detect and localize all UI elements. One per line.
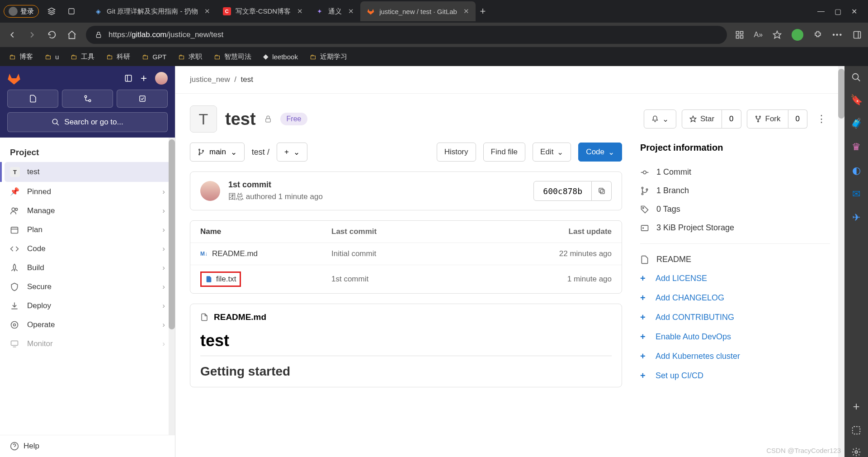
- bookmark-item[interactable]: 🗀科研: [106, 52, 130, 61]
- forward-button[interactable]: [26, 29, 38, 41]
- fork-count[interactable]: 0: [788, 109, 807, 129]
- bookmark-item[interactable]: 🗀求职: [178, 52, 202, 61]
- sidebar-item-monitor[interactable]: Monitor›: [0, 334, 175, 353]
- branch-dropdown[interactable]: main⌄: [190, 143, 245, 162]
- star-button[interactable]: Star: [682, 109, 722, 129]
- enable-auto-devops[interactable]: +Enable Auto DevOps: [640, 327, 830, 347]
- sidebar-action-todo[interactable]: [117, 90, 168, 108]
- bookmark-item[interactable]: ◆leetbook: [263, 52, 298, 61]
- info-commits[interactable]: 1 Commit: [640, 163, 830, 181]
- tab-gitlab[interactable]: justice_new / test · GitLab ✕: [360, 1, 476, 21]
- tab-tongyi[interactable]: ✦ 通义 ✕: [309, 1, 360, 21]
- fork-button[interactable]: Fork: [747, 109, 788, 129]
- bookmark-item[interactable]: 🗀近期学习: [310, 52, 347, 61]
- screenshot-icon[interactable]: [851, 425, 861, 435]
- sidebar-toggle-icon[interactable]: [853, 30, 862, 39]
- sidebar-project[interactable]: T test: [5, 162, 170, 182]
- add-changelog[interactable]: +Add CHANGELOG: [640, 288, 830, 308]
- setup-cicd[interactable]: +Set up CI/CD: [640, 366, 830, 386]
- sidebar-item-build[interactable]: Build›: [0, 258, 175, 277]
- plus-icon[interactable]: +: [141, 72, 147, 85]
- back-button[interactable]: [6, 29, 18, 41]
- outlook-icon[interactable]: ✉: [852, 188, 860, 200]
- extension-avatar-icon[interactable]: [792, 29, 803, 41]
- add-license[interactable]: +Add LICENSE: [640, 269, 830, 288]
- bookmark-item[interactable]: 🗀博客: [9, 52, 33, 61]
- new-tab-button[interactable]: +: [476, 4, 490, 19]
- main-scrollbar[interactable]: [838, 66, 844, 457]
- commit-title[interactable]: 1st commit: [228, 180, 323, 190]
- close-icon[interactable]: ✕: [348, 7, 354, 15]
- sidebar-item-manage[interactable]: Manage›: [0, 201, 175, 220]
- search-icon[interactable]: [851, 72, 861, 82]
- refresh-button[interactable]: [46, 29, 58, 41]
- notifications-dropdown[interactable]: ⌄: [644, 109, 676, 129]
- add-dropdown[interactable]: +⌄: [277, 143, 307, 162]
- sidebar-item-secure[interactable]: Secure›: [0, 277, 175, 296]
- sidebar-help[interactable]: Help: [0, 435, 175, 457]
- send-icon[interactable]: ✈: [852, 212, 860, 224]
- sidebar-search[interactable]: Search or go to...: [7, 112, 168, 132]
- tabs-overview-icon[interactable]: [64, 4, 79, 19]
- close-icon[interactable]: ✕: [204, 7, 210, 15]
- breadcrumb-project[interactable]: test: [241, 75, 253, 84]
- workspace-icon[interactable]: [44, 4, 59, 19]
- bookmark-item[interactable]: 🗀GPT: [142, 53, 166, 61]
- commit-sha[interactable]: 600c878b: [533, 181, 592, 201]
- bookmark-item[interactable]: 🗀u: [45, 53, 59, 61]
- close-window-button[interactable]: ✕: [851, 7, 857, 16]
- add-rail-icon[interactable]: +: [853, 400, 859, 414]
- edit-dropdown[interactable]: Edit⌄: [533, 143, 571, 162]
- gitlab-logo-icon[interactable]: [7, 71, 21, 85]
- close-icon[interactable]: ✕: [463, 7, 469, 15]
- sidebar-item-plan[interactable]: Plan›: [0, 220, 175, 239]
- character-icon[interactable]: ♛: [852, 141, 861, 153]
- user-avatar-icon[interactable]: [155, 72, 168, 85]
- maximize-button[interactable]: ▢: [835, 7, 841, 16]
- add-k8s[interactable]: +Add Kubernetes cluster: [640, 347, 830, 366]
- info-tags[interactable]: 0 Tags: [640, 200, 830, 219]
- home-button[interactable]: [66, 29, 78, 41]
- commit-meta: 团总 authored 1 minute ago: [228, 191, 323, 202]
- file-row[interactable]: file.txt 1st commit 1 minute ago: [190, 265, 622, 293]
- project-avatar: T: [190, 105, 217, 133]
- find-file-button[interactable]: Find file: [483, 143, 526, 162]
- favorite-icon[interactable]: [773, 30, 782, 39]
- more-actions-button[interactable]: ⋮: [813, 113, 830, 125]
- history-button[interactable]: History: [437, 143, 476, 162]
- sidebar-scrollbar[interactable]: [169, 138, 175, 435]
- tag-icon[interactable]: 🔖: [850, 94, 863, 106]
- menu-icon[interactable]: •••: [832, 31, 843, 39]
- panel-icon[interactable]: [124, 74, 132, 82]
- sidebar-item-operate[interactable]: Operate›: [0, 315, 175, 334]
- info-branches[interactable]: 1 Branch: [640, 181, 830, 200]
- sidebar-item-code[interactable]: Code›: [0, 239, 175, 258]
- breadcrumb-owner[interactable]: justice_new: [190, 75, 230, 84]
- bookmark-item[interactable]: 🗀智慧司法: [214, 52, 251, 61]
- tab-git-guide[interactable]: ◈ Git 原理详解及实用指南 - 扔物 ✕: [88, 1, 217, 21]
- read-aloud-icon[interactable]: A»: [754, 31, 763, 39]
- sidebar-item-pinned[interactable]: 📌Pinned›: [0, 182, 175, 201]
- close-icon[interactable]: ✕: [297, 7, 303, 15]
- minimize-button[interactable]: —: [817, 7, 825, 16]
- login-button[interactable]: 登录: [4, 5, 39, 18]
- add-contributing[interactable]: +Add CONTRIBUTING: [640, 308, 830, 327]
- sidebar-item-deploy[interactable]: Deploy›: [0, 296, 175, 315]
- file-row[interactable]: M↓README.md Initial commit 22 minutes ag…: [190, 243, 622, 265]
- extensions-icon[interactable]: [813, 30, 822, 39]
- settings-icon[interactable]: [851, 447, 861, 457]
- briefcase-icon[interactable]: 🧳: [850, 118, 863, 129]
- star-count[interactable]: 0: [722, 109, 741, 129]
- code-dropdown[interactable]: Code⌄: [578, 143, 622, 162]
- info-readme[interactable]: README: [640, 250, 830, 269]
- address-bar[interactable]: https://gitlab.com/justice_new/test: [86, 26, 727, 44]
- browser-titlebar: 登录 ◈ Git 原理详解及实用指南 - 扔物 ✕ C 写文章-CSDN博客 ✕…: [0, 0, 868, 23]
- office-icon[interactable]: ◐: [852, 165, 861, 176]
- bookmark-item[interactable]: 🗀工具: [71, 52, 94, 61]
- sidebar-action-issues[interactable]: [7, 90, 58, 108]
- tab-csdn[interactable]: C 写文章-CSDN博客 ✕: [217, 1, 310, 21]
- copy-sha-button[interactable]: [592, 181, 612, 201]
- apps-icon[interactable]: [735, 30, 744, 39]
- info-storage[interactable]: 3 KiB Project Storage: [640, 219, 830, 237]
- sidebar-action-mr[interactable]: [62, 90, 113, 108]
